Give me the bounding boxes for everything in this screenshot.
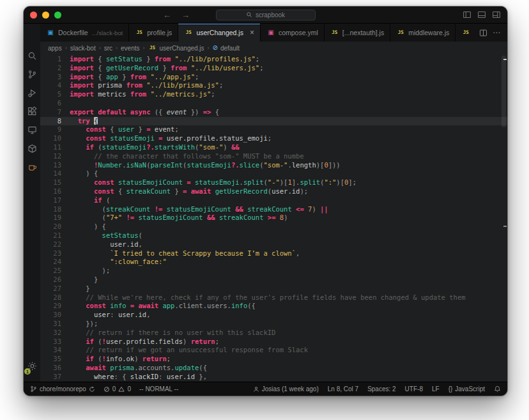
toggle-panel-icon[interactable] [477,10,486,19]
code-line[interactable]: 9 const { user } = event; [40,125,507,134]
breadcrumb-file[interactable]: JSuserChanged.js [148,45,204,52]
indentation-indicator[interactable]: Spaces: 2 [367,385,395,393]
coffee-icon[interactable] [24,158,40,176]
code-line[interactable]: 31 }); [40,320,507,329]
code-line[interactable]: 16 const { streakCount } = await getUser… [40,187,507,196]
notifications-bell-icon[interactable] [494,385,501,393]
more-actions-icon[interactable]: ⋯ [493,28,501,37]
symbol-icon: ⊘ [213,45,218,51]
extensions-icon[interactable] [24,102,40,121]
code-line[interactable]: 5import metrics from "../metrics.js"; [40,90,507,99]
minimize-window-button[interactable] [42,12,49,19]
close-tab-icon[interactable]: × [250,29,254,36]
code-line[interactable]: 21 setStatus( [40,231,507,240]
code-line[interactable]: 37 where: { slackID: user.id }, [40,373,507,382]
code-editor[interactable]: 1import { setStatus } from "../lib/profi… [40,54,507,382]
breadcrumb-item[interactable]: src [104,45,112,52]
breadcrumb-item[interactable]: apps [48,45,62,52]
code-line[interactable]: 24 ":clown_face:" [40,258,507,267]
line-number: 36 [40,364,70,373]
customize-layout-icon[interactable] [492,10,501,19]
code-line[interactable]: 8 try { [40,117,507,126]
code-line[interactable]: 20 ) { [40,222,507,231]
line-number: 32 [40,329,70,338]
tab-dockerfile[interactable]: ▣Dockerfile.../slack-bot [40,24,129,42]
containers-icon[interactable] [24,139,40,158]
line-number: 18 [40,205,70,214]
line-number: 8 [40,117,70,126]
toggle-sidebar-icon[interactable] [463,10,471,19]
cursor-position[interactable]: Ln 8, Col 7 [328,385,358,393]
code-line[interactable]: 14 ) { [40,169,507,178]
code-line[interactable]: 23 `I tried to cheat Scrappy because I’m… [40,249,507,258]
code-line[interactable]: 38 data: { [40,381,507,382]
tab-emoji-js[interactable]: JS[emoji].js [456,24,473,42]
code-line[interactable]: 7export default async ({ event }) => { [40,108,507,117]
search-activity-icon[interactable] [24,47,40,65]
sync-icon[interactable] [89,386,95,393]
code-line[interactable]: 15 const statusEmojiCount = statusEmoji.… [40,178,507,187]
tab-compose-yml[interactable]: ▣compose.yml [261,24,325,42]
code-line[interactable]: 13 !Number.isNaN(parseInt(statusEmoji?.s… [40,161,507,170]
settings-gear-icon[interactable]: 1 [24,357,40,375]
line-number: 29 [40,302,70,311]
tab-userchanged-js[interactable]: JSuserChanged.js× [178,24,261,42]
code-line[interactable]: 28 // While we're here, check if any of … [40,293,507,302]
code-line[interactable]: 33 if (!user.profile.fields) return; [40,338,507,346]
back-icon[interactable]: ← [163,11,171,19]
code-line[interactable]: 18 (streakCount != statusEmojiCount && s… [40,205,507,214]
line-number: 31 [40,320,70,329]
code-line[interactable]: 11 if (statusEmoji?.startsWith("som-") &… [40,143,507,152]
code-line[interactable]: 17 if ( [40,196,507,205]
code-line[interactable]: 30 user: user.id, [40,311,507,320]
code-line[interactable]: 1import { setStatus } from "../lib/profi… [40,55,507,64]
breadcrumb[interactable]: apps›slack-bot›src›events›JSuserChanged.… [40,42,507,54]
line-number: 12 [40,152,70,161]
code-line[interactable]: 27 } [40,284,507,293]
tab-label: compose.yml [279,29,318,36]
breadcrumb-symbol[interactable]: ⊘default [213,45,240,52]
forward-icon[interactable]: → [181,11,190,19]
language-indicator[interactable]: {} JavaScript [448,385,485,393]
code-line[interactable]: 36 await prisma.accounts.update({ [40,364,507,373]
split-editor-icon[interactable] [479,29,487,37]
code-line[interactable]: 29 const info = await app.client.users.i… [40,302,507,311]
code-line[interactable]: 10 const statusEmoji = user.profile.stat… [40,134,507,143]
eol-indicator[interactable]: LF [432,385,440,393]
tab-middleware-js[interactable]: JSmiddleware.js [390,24,456,42]
line-number: 24 [40,258,70,267]
encoding-indicator[interactable]: UTF-8 [405,385,423,393]
command-center[interactable]: scrapbook [216,10,316,20]
source-control-icon[interactable] [24,65,40,84]
code-line[interactable]: 22 user.id, [40,240,507,249]
code-line[interactable]: 32 // return if there is no user with th… [40,329,507,338]
remote-explorer-icon[interactable] [24,121,40,139]
scrollbar-thumb[interactable] [502,56,506,127]
code-line[interactable]: 34 // return if we got an unsuccessful r… [40,346,507,355]
line-number: 28 [40,293,70,302]
branch-indicator[interactable]: chore/monorepo [30,385,95,393]
zoom-window-button[interactable] [54,12,61,19]
close-window-button[interactable] [30,12,37,19]
problems-indicator[interactable]: 0 0 [103,385,131,393]
tab-nextauth-js[interactable]: JS[...nextauth].js [325,24,390,42]
code-line[interactable]: 2import { getUserRecord } from "../lib/u… [40,64,507,73]
code-line[interactable]: 6 [40,99,507,108]
git-branch-icon [30,385,37,393]
line-number: 14 [40,169,70,178]
overview-ruler[interactable] [500,54,507,382]
code-line[interactable]: 19 ("7+" != statusEmojiCount && streakCo… [40,214,507,222]
breadcrumb-item[interactable]: events [121,45,139,52]
ruler-mark [503,226,507,227]
run-debug-icon[interactable] [24,84,40,102]
tab-profile-js[interactable]: JSprofile.js [129,24,178,42]
code-line[interactable]: 12 // the character that follows "som-" … [40,152,507,161]
code-line[interactable]: 4import prisma from "../lib/prisma.js"; [40,81,507,90]
breadcrumb-item[interactable]: slack-bot [70,45,96,52]
git-blame-indicator[interactable]: Josias (1 week ago) [253,385,319,393]
code-line[interactable]: 35 if (!info.ok) return; [40,355,507,364]
line-number: 26 [40,276,70,284]
code-line[interactable]: 3import { app } from "../app.js"; [40,73,507,82]
code-line[interactable]: 26 } [40,276,507,284]
code-line[interactable]: 25 ); [40,267,507,276]
